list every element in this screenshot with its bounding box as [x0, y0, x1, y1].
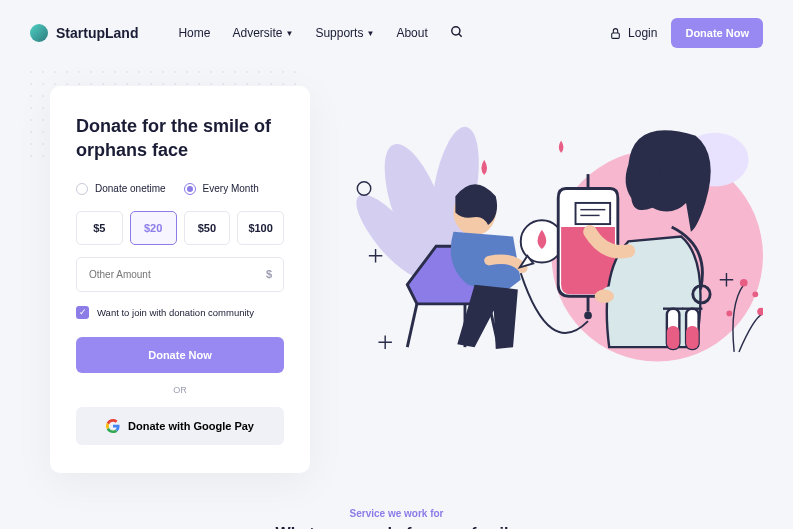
services-section: Service we work for What care we do for … [0, 508, 793, 529]
svg-point-35 [752, 291, 758, 297]
svg-line-23 [661, 172, 666, 173]
community-checkbox-row[interactable]: ✓ Want to join with donation community [76, 306, 284, 319]
brand-name: StartupLand [56, 25, 138, 41]
svg-line-9 [407, 304, 417, 347]
svg-point-0 [451, 26, 459, 34]
services-heading: What care we do for your family [0, 525, 793, 529]
services-eyebrow: Service we work for [0, 508, 793, 519]
svg-rect-29 [667, 326, 679, 349]
svg-point-25 [673, 169, 677, 173]
chevron-down-icon: ▼ [366, 29, 374, 38]
frequency-group: Donate onetime Every Month [76, 183, 284, 195]
amount-50[interactable]: $50 [184, 211, 231, 245]
other-amount-field: $ [76, 257, 284, 292]
hero-illustration [340, 86, 763, 416]
amount-100[interactable]: $100 [237, 211, 284, 245]
donate-now-button[interactable]: Donate Now [671, 18, 763, 48]
header: StartupLand Home Adversite▼ Supports▼ Ab… [0, 0, 793, 66]
login-button[interactable]: Login [609, 26, 657, 40]
svg-point-24 [651, 172, 655, 176]
or-divider: OR [76, 385, 284, 395]
svg-line-1 [458, 33, 461, 36]
currency-label: $ [266, 268, 272, 280]
donate-submit-button[interactable]: Donate Now [76, 337, 284, 373]
nav-adversite[interactable]: Adversite▼ [232, 25, 293, 42]
chevron-down-icon: ▼ [286, 29, 294, 38]
amount-20[interactable]: $20 [130, 211, 177, 245]
search-icon[interactable] [450, 25, 464, 42]
amount-group: $5 $20 $50 $100 [76, 211, 284, 245]
google-pay-button[interactable]: Donate with Google Pay [76, 407, 284, 445]
svg-rect-15 [576, 203, 611, 224]
nav-home[interactable]: Home [178, 25, 210, 42]
radio-monthly[interactable]: Every Month [184, 183, 259, 195]
radio-onetime[interactable]: Donate onetime [76, 183, 166, 195]
radio-icon [76, 183, 88, 195]
logo-icon [30, 24, 48, 42]
other-amount-input[interactable] [76, 257, 284, 292]
amount-5[interactable]: $5 [76, 211, 123, 245]
checkbox-icon: ✓ [76, 306, 89, 319]
card-title: Donate for the smile of orphans face [76, 114, 284, 163]
svg-rect-2 [612, 32, 620, 37]
lock-icon [609, 27, 622, 40]
google-icon [106, 419, 120, 433]
header-left: StartupLand Home Adversite▼ Supports▼ Ab… [30, 24, 464, 42]
logo[interactable]: StartupLand [30, 24, 138, 42]
svg-point-37 [726, 311, 732, 317]
svg-point-19 [584, 312, 592, 320]
svg-rect-32 [686, 326, 698, 349]
header-right: Login Donate Now [609, 18, 763, 48]
main: Donate for the smile of orphans face Don… [0, 66, 793, 473]
donate-card: Donate for the smile of orphans face Don… [50, 86, 310, 473]
nav-about[interactable]: About [396, 25, 427, 42]
svg-point-34 [740, 279, 748, 287]
nav-supports[interactable]: Supports▼ [315, 25, 374, 42]
svg-point-27 [595, 289, 614, 302]
nav: Home Adversite▼ Supports▼ About [178, 25, 463, 42]
radio-icon [184, 183, 196, 195]
svg-point-36 [757, 308, 763, 316]
svg-point-8 [357, 182, 370, 195]
